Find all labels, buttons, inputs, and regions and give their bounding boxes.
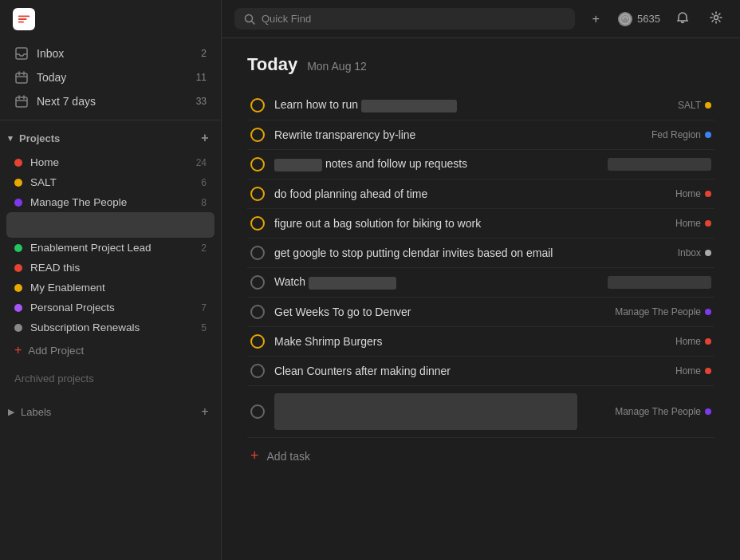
archived-label: Archived projects	[14, 373, 94, 385]
task-checkbox[interactable]	[250, 98, 265, 112]
task-project-label: Home	[675, 218, 701, 229]
tag-dot	[705, 191, 711, 197]
tag-dot	[705, 309, 711, 315]
task-project-label: Home	[675, 365, 701, 377]
sidebar-item-my-enablement[interactable]: My Enablement	[6, 278, 215, 298]
page-title-row: Today Mon Aug 12	[247, 54, 714, 75]
table-row[interactable]: Learn how to run SALT	[247, 91, 714, 120]
tag-dot	[705, 132, 711, 138]
sidebar-item-selected[interactable]	[6, 212, 215, 238]
read-project-name: READ this	[30, 262, 207, 274]
search-bar[interactable]: Quick Find	[234, 8, 575, 30]
inbox-count: 2	[201, 48, 207, 59]
task-checkbox[interactable]	[250, 364, 265, 378]
add-button[interactable]: +	[585, 8, 607, 30]
task-text: Rewrite transparency by-line	[274, 128, 642, 141]
add-project-button[interactable]: + Add Project	[6, 339, 215, 361]
notifications-button[interactable]	[671, 8, 694, 30]
sidebar-item-home[interactable]: Home 24	[6, 152, 215, 172]
task-project-label: Fed Region	[651, 129, 701, 140]
task-checkbox[interactable]	[250, 187, 265, 201]
page-date: Mon Aug 12	[307, 60, 367, 73]
task-checkbox[interactable]	[250, 246, 265, 260]
page-title: Today	[247, 54, 297, 75]
subscription-project-name: Subscription Renewals	[30, 321, 193, 333]
table-row[interactable]: figure out a bag solution for biking to …	[247, 209, 714, 239]
table-row[interactable]: get google to stop putting clendar invit…	[247, 239, 714, 268]
task-project-tag: Fed Region	[651, 129, 711, 140]
svg-rect-5	[16, 97, 27, 107]
table-row[interactable]: Watch	[247, 268, 714, 298]
salt-project-name: SALT	[30, 176, 193, 188]
main-content: Quick Find + 5635	[222, 0, 740, 560]
inbox-icon	[14, 46, 29, 61]
labels-section[interactable]: ▶ Labels +	[0, 397, 221, 426]
tag-dot	[705, 220, 711, 227]
add-project-icon[interactable]: +	[197, 130, 213, 146]
add-task-label: Add task	[267, 450, 310, 463]
table-row[interactable]: Rewrite transparency by-line Fed Region	[247, 120, 714, 150]
add-task-row[interactable]: + Add task	[247, 438, 714, 474]
task-project-tag	[608, 276, 711, 289]
sidebar-item-salt[interactable]: SALT 6	[6, 172, 215, 192]
content-area: Today Mon Aug 12 Learn how to run SALT R…	[222, 38, 740, 560]
task-project-tag: Home	[675, 336, 711, 347]
task-checkbox[interactable]	[250, 128, 265, 142]
tag-dot	[705, 408, 711, 415]
table-row[interactable]: Clean Counters after making dinner Home	[247, 357, 714, 386]
table-row[interactable]: Manage The People	[247, 386, 714, 438]
svg-rect-4	[16, 73, 27, 83]
gear-icon	[710, 11, 722, 27]
nav-divider	[0, 120, 221, 120]
sidebar: Inbox 2 Today 11 Next 7 da	[0, 0, 222, 560]
projects-section-header[interactable]: ▾ Projects +	[0, 124, 221, 152]
sidebar-item-today[interactable]: Today 11	[6, 65, 215, 89]
topbar-actions: + 5635	[585, 8, 727, 30]
svg-rect-2	[18, 22, 24, 23]
sidebar-item-inbox[interactable]: Inbox 2	[6, 41, 215, 65]
inbox-label: Inbox	[37, 47, 193, 60]
task-checkbox[interactable]	[250, 404, 265, 419]
settings-button[interactable]	[705, 8, 727, 30]
today-label: Today	[37, 71, 188, 84]
karma-display[interactable]: 5635	[618, 12, 660, 26]
sidebar-item-subscription-renewals[interactable]: Subscription Renewals 5	[6, 317, 215, 337]
enablement-dot	[14, 244, 22, 252]
sidebar-item-read-this[interactable]: READ this	[6, 258, 215, 278]
task-project-tag: SALT	[678, 100, 711, 111]
svg-point-8	[714, 15, 718, 19]
task-project-label: Inbox	[678, 247, 701, 258]
projects-list: Home 24 SALT 6 Manage The People 8 Enabl…	[0, 152, 221, 337]
salt-count: 6	[201, 177, 207, 188]
add-project-plus-icon: +	[14, 343, 22, 357]
task-checkbox[interactable]	[250, 216, 265, 231]
subscription-dot	[14, 324, 22, 332]
archived-projects-section[interactable]: Archived projects	[6, 366, 215, 391]
app-logo[interactable]	[13, 8, 35, 30]
task-checkbox[interactable]	[250, 157, 265, 172]
add-label-icon[interactable]: +	[197, 404, 213, 420]
task-project-tag: Home	[675, 218, 711, 229]
task-checkbox[interactable]	[250, 334, 265, 349]
search-placeholder: Quick Find	[262, 13, 311, 25]
task-text	[274, 393, 605, 430]
task-checkbox[interactable]	[250, 275, 265, 290]
svg-point-7	[620, 14, 630, 24]
svg-rect-3	[16, 48, 27, 59]
home-project-name: Home	[30, 156, 188, 168]
redacted-block	[361, 100, 457, 112]
task-text: Make Shrimp Burgers	[274, 335, 666, 348]
sidebar-item-personal-projects[interactable]: Personal Projects 7	[6, 298, 215, 317]
table-row[interactable]: Get Weeks To go to Denver Manage The Peo…	[247, 298, 714, 327]
sidebar-item-manage-the-people[interactable]: Manage The People 8	[6, 192, 215, 212]
sidebar-item-next7days[interactable]: Next 7 days 33	[6, 89, 215, 113]
sidebar-item-enablement[interactable]: Enablement Project Lead 2	[6, 238, 215, 258]
task-project-label: Manage The People	[615, 306, 701, 317]
task-project-tag: Home	[675, 365, 711, 377]
table-row[interactable]: notes and follow up requests	[247, 150, 714, 179]
table-row[interactable]: Make Shrimp Burgers Home	[247, 327, 714, 357]
task-project-label: SALT	[678, 100, 701, 111]
table-row[interactable]: do food planning ahead of time Home	[247, 179, 714, 209]
task-checkbox[interactable]	[250, 305, 265, 319]
redacted-block	[309, 277, 396, 290]
